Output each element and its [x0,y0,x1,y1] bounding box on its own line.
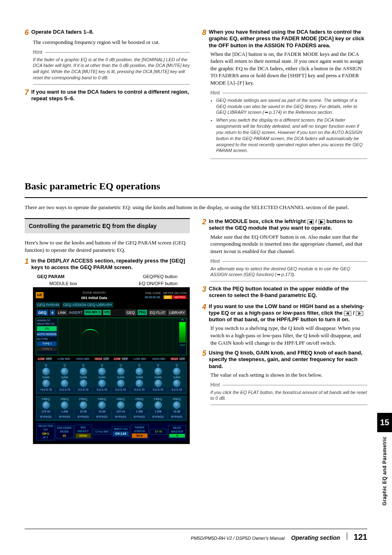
footer-divider [347,532,347,540]
figure-top-labels: GEQ PARAM GEQ/PEQ button [37,274,178,280]
meter-strip: IN OUT [178,318,187,355]
caption-geq-param: GEQ PARAM [37,274,65,280]
meter-section: METER SECTION MIX MATRIX [163,291,187,299]
step-5-body: The value of each setting is shown in th… [210,371,367,379]
caption-peq-button: GEQ/PEQ button [143,274,178,280]
subsection-intro: Here's how to use the knobs and buttons … [25,239,190,253]
eq-on-button: ON [103,310,111,315]
lt-shelf-icon: ⪡ [344,311,351,316]
step-heading: Click the PEQ button located in the uppe… [209,286,367,299]
hint-body: An alternate way to select the desired G… [210,266,367,282]
hint-body: If the fader of a graphic EQ is at the 0… [33,57,190,85]
step-number: 7 [25,89,29,102]
col-left: 6 Operate DCA faders 1–8. The correspond… [25,29,190,163]
subsection-heading: Controlling the parametric EQ from the d… [25,218,190,233]
geq-number: 4 [50,310,55,315]
figure-sub-labels: MODULE box EQ ON/OFF button [49,281,178,287]
insert-target: INS MIX 1 [84,310,101,315]
geq-param-screenshot: GE SCENE MEMORY 001 Initial Data TIME CO… [33,287,190,444]
tab-others: GEQ ASSIGN GEQ LIBRARY [62,302,113,308]
col-right: 8 When you have finished using the DCA f… [202,29,367,163]
manual-title: PM5D/PM5D-RH V2 / DSP5D Owner's Manual [191,535,284,541]
step-heading: Using the Q knob, GAIN knob, and FREQ kn… [209,350,367,370]
link-button: LINK [57,310,67,315]
chapter-tab: 15 Graphic EQ and Parametric [377,413,392,506]
step-heading: In the DISPLAY ACCESS section, repeatedl… [31,258,190,271]
mode-badge: GE [36,292,44,298]
hint-item: GEQ module settings are saved as part of… [216,97,367,116]
library-button: LIBRARY [168,310,186,315]
step-number: 8 [202,29,206,49]
section-label: Operating section [291,534,340,542]
geq-label: GEQ [37,310,48,315]
hint-body: If you click the EQ FLAT button, the boo… [210,389,367,405]
step-8: 8 When you have finished using the DCA f… [202,29,367,49]
page-footer: PM5D/PM5D-RH V2 / DSP5D Owner's Manual O… [25,529,367,543]
q-gain-row: QGAIN+9.0 0.70 QGAIN-5.0 0.70 QGAIN0.0 0… [36,362,187,394]
step-4: 4 If you want to use the LOW band or HIG… [202,303,367,323]
step-6: 6 Operate DCA faders 1–8. [25,29,190,37]
step-3: 3 Click the PEQ button located in the up… [202,286,367,299]
hint-label: Hint [33,49,190,55]
step-8-body: When the [DCA] button is on, the FADER M… [210,51,367,87]
peq-mode-button: PEQ [138,310,147,315]
step-number: 2 [202,218,206,232]
step-number: 6 [25,29,29,37]
col-left: Controlling the parametric EQ from the d… [25,218,190,444]
left-arrow-icon: ◀ [307,219,314,224]
freq-row: FREQ125 HzBYPASS FREQ1.00kBYPASS FREQ10.… [36,396,187,421]
step-number: 1 [25,258,29,271]
hint-label: Hint [210,382,367,388]
fig-left-panel: ASSIGN TO SELECTED CH ON AUTO ASSIGN EQ … [36,318,58,355]
step-number: 4 [202,303,206,323]
step-6-body: The corresponding frequency region will … [33,39,190,46]
step-number: 5 [202,350,206,370]
caption-module-box: MODULE box [49,281,77,287]
tab-geq-param: GEQ PARAM [36,302,60,308]
eq-curve [82,329,99,342]
hint-body: GEQ module settings are saved as part of… [210,97,367,159]
fig-tabs: GEQ PARAM GEQ ASSIGN GEQ LIBRARY [36,302,187,308]
section-title: Basic parametric EQ operations [25,180,367,193]
chapter-title: Graphic EQ and Parametric [381,436,388,506]
step-heading: In the MODULE box, click the left/right … [209,218,367,232]
step-7: 7 If you want to use the DCA faders to c… [25,89,190,102]
step-heading: When you have finished using the DCA fad… [209,29,367,49]
gt-shelf-icon: ⪢ [356,311,363,316]
geq-mode-button: GEQ [125,310,136,315]
fig-module-bar: GEQ 4 LINK INSERT INS MIX 1 ON GEQ PEQ E… [36,309,187,316]
step-1: 1 In the DISPLAY ACCESS section, repeate… [25,258,190,271]
step-2: 2 In the MODULE box, click the left/righ… [202,218,367,232]
step-2-body: Make sure that the EQ ON/OFF button is o… [210,233,367,255]
section-intro: There are two ways to operate the parame… [25,204,367,211]
right-arrow-icon: ▶ [318,219,325,224]
timecode: TIME CODE 00:00:00.00 [145,291,161,299]
step-heading: If you want to use the LOW band or HIGH … [209,303,367,323]
lower-columns: Controlling the parametric EQ from the d… [25,218,367,444]
eq-flat-button: EQ FLAT [149,310,166,315]
hint-label: Hint [210,90,367,96]
upper-columns: 6 Operate DCA faders 1–8. The correspond… [25,29,367,163]
section-rule [25,197,367,198]
chapter-number: 15 [377,413,392,432]
col-right: 2 In the MODULE box, click the left/righ… [202,218,367,444]
step-heading: Operate DCA faders 1–8. [31,29,94,37]
fig-topbar: GE SCENE MEMORY 001 Initial Data TIME CO… [36,290,187,300]
hint-label: Hint [210,258,367,265]
caption-eq-onoff: EQ ON/OFF button [139,281,178,287]
insert-label: INSERT [69,310,83,315]
hint-item: When you switch the display to a differe… [216,117,367,154]
step-5: 5 Using the Q knob, GAIN knob, and FREQ … [202,350,367,370]
band-headers-lower: LOW HPF LOW MID HIGH MID HIGH LPF LOW HP… [36,357,187,361]
step-heading: If you want to use the DCA faders to con… [31,89,190,102]
fig-bottombar: SELECTED CHCH 1ch 1 ENCODER MODE#1 MIX S… [36,422,187,441]
eq-curve-grid [58,318,178,355]
scene-memory: SCENE MEMORY 001 Initial Data [46,290,143,300]
step-number: 3 [202,286,206,299]
fig-graph: ASSIGN TO SELECTED CH ON AUTO ASSIGN EQ … [36,318,187,355]
step-4-body: If you switch to a shelving type, the Q … [210,325,367,346]
page-number: 121 [354,532,367,543]
